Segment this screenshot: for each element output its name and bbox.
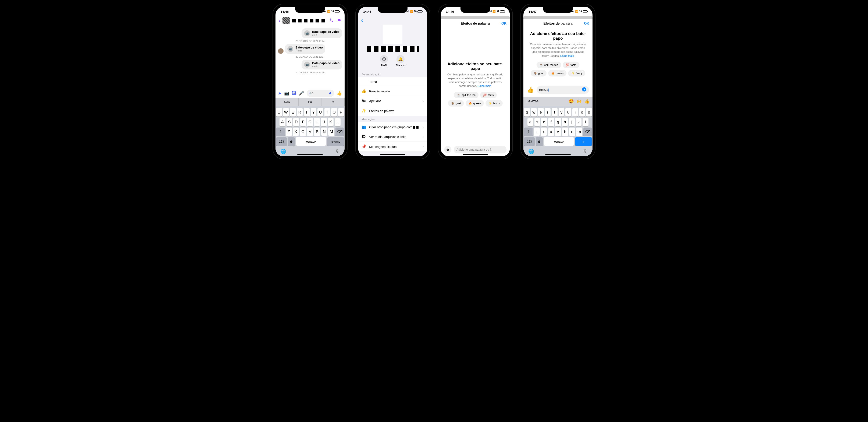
key[interactable]: X (293, 128, 299, 136)
globe-icon[interactable]: 🌐 (280, 149, 286, 154)
video-chat-message[interactable]: 📹 Bate-papo de vídeo7 min (285, 44, 325, 54)
shift-key[interactable]: ⇧ (524, 128, 532, 136)
media-item[interactable]: 🖼Ver mídia, arquivos e links› (358, 132, 427, 142)
create-group-item[interactable]: 👥Criar bate-papo em grupo com › (358, 122, 427, 132)
message-input[interactable]: |Aa ☻ (307, 90, 334, 97)
key[interactable]: h (562, 118, 568, 126)
quick-reaction-item[interactable]: 👍Reação rápida (358, 86, 427, 96)
backspace-key[interactable]: ⌫ (583, 128, 592, 136)
video-chat-message[interactable]: 📹 Bate-papo de vídeo31 s (302, 28, 342, 38)
ok-button[interactable]: OK (501, 22, 506, 25)
theme-item[interactable]: Tema (358, 77, 427, 86)
key[interactable]: r (545, 108, 551, 117)
key[interactable]: J (321, 118, 327, 126)
home-indicator[interactable] (463, 154, 488, 155)
key[interactable]: U (317, 108, 323, 117)
key[interactable]: w (531, 108, 537, 117)
emoji-suggestion[interactable]: 🙌 (577, 99, 582, 104)
key[interactable]: l (583, 118, 588, 126)
key[interactable]: B (314, 128, 320, 136)
emoji-suggestion[interactable]: 🤩 (568, 99, 574, 104)
key[interactable]: Z (286, 128, 292, 136)
effect-pill[interactable]: 💯facts (563, 62, 579, 68)
key[interactable]: y (559, 108, 564, 117)
effect-pill[interactable]: 🔥queen (548, 70, 566, 76)
profile-picture[interactable] (383, 25, 402, 44)
backspace-key[interactable]: ⌫ (336, 128, 344, 136)
learn-more-link[interactable]: Saiba mais (560, 54, 574, 57)
key[interactable]: n (569, 128, 575, 136)
go-key[interactable]: ir (575, 137, 592, 146)
globe-icon[interactable]: 🌐 (528, 149, 534, 154)
send-location-icon[interactable]: ➤ (278, 91, 282, 96)
word-effects-item[interactable]: ✨Efeitos de palavra (358, 106, 427, 116)
suggestion[interactable]: Eu (299, 98, 322, 106)
space-key[interactable]: espaço (544, 137, 574, 146)
word-input[interactable]: Adicione uma palavra ou f... (454, 146, 506, 153)
mode-key[interactable]: 123 (524, 137, 535, 146)
key[interactable]: t (552, 108, 558, 117)
key[interactable]: j (569, 118, 575, 126)
emoji-icon[interactable]: ☻ (329, 91, 332, 95)
effect-pill[interactable]: 💯facts (480, 92, 497, 98)
key[interactable]: m (576, 128, 582, 136)
selected-emoji-button[interactable]: 👍 (527, 86, 534, 93)
gallery-icon[interactable]: 🖼 (292, 91, 296, 96)
key[interactable]: z (534, 128, 540, 136)
camera-icon[interactable]: 📷 (284, 91, 289, 96)
emoji-picker-button[interactable]: ☻ (444, 146, 452, 153)
key[interactable]: v (555, 128, 561, 136)
key[interactable]: H (314, 118, 320, 126)
key[interactable]: G (307, 118, 313, 126)
like-button[interactable]: 👍 (337, 91, 342, 96)
ok-button[interactable]: OK (584, 22, 589, 25)
home-indicator[interactable] (545, 154, 571, 155)
key[interactable]: L (335, 118, 341, 126)
return-key[interactable]: retorno (327, 137, 344, 146)
key[interactable]: Q (276, 108, 282, 117)
key[interactable]: P (338, 108, 344, 117)
dictation-icon[interactable]: 🎙 (583, 149, 588, 154)
key[interactable]: d (541, 118, 547, 126)
key[interactable]: p (586, 108, 592, 117)
video-call-icon[interactable] (337, 18, 342, 23)
key[interactable]: K (328, 118, 334, 126)
mute-button[interactable]: 🔔Silenciar (396, 55, 405, 67)
effect-pill[interactable]: ☕spill the tea (454, 92, 478, 98)
word-input[interactable]: Beleza| (536, 86, 589, 94)
key[interactable]: V (307, 128, 313, 136)
key[interactable]: a (527, 118, 533, 126)
key[interactable]: f (548, 118, 554, 126)
effect-pill[interactable]: 🐐goat (448, 100, 464, 106)
key[interactable]: S (286, 118, 292, 126)
dictation-icon[interactable]: 🎙 (335, 149, 340, 154)
space-key[interactable]: espaço (296, 137, 327, 146)
video-chat-message[interactable]: 📹 Bate-papo de vídeo4 min (302, 60, 342, 69)
home-indicator[interactable] (380, 154, 405, 155)
key[interactable]: b (562, 128, 568, 136)
key[interactable]: c (548, 128, 554, 136)
key[interactable]: M (328, 128, 334, 136)
effect-pill[interactable]: ✨fancy (568, 70, 585, 76)
key[interactable]: W (283, 108, 289, 117)
key[interactable]: k (576, 118, 582, 126)
emoji-key[interactable]: ☻ (536, 137, 542, 146)
key[interactable]: O (331, 108, 337, 117)
suggestion[interactable]: Belezas (526, 99, 538, 103)
key[interactable]: A (280, 118, 285, 126)
back-button[interactable]: ‹ (278, 17, 280, 24)
key[interactable]: T (304, 108, 310, 117)
key[interactable]: N (321, 128, 328, 136)
key[interactable]: C (300, 128, 306, 136)
audio-call-icon[interactable] (329, 18, 334, 23)
key[interactable]: u (565, 108, 571, 117)
key[interactable]: F (300, 118, 306, 126)
contact-avatar[interactable] (282, 17, 290, 24)
key[interactable]: e (538, 108, 544, 117)
key[interactable]: I (324, 108, 330, 117)
effect-pill[interactable]: ✨fancy (486, 100, 503, 106)
back-button[interactable]: ‹ (361, 17, 363, 24)
key[interactable]: Y (311, 108, 317, 117)
mode-key[interactable]: 123 (276, 137, 287, 146)
key[interactable]: E (290, 108, 296, 117)
